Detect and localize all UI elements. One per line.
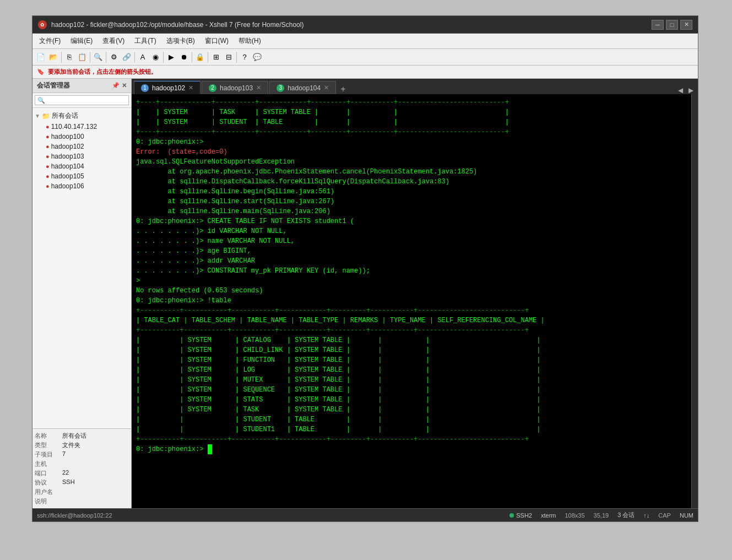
tree-item-2[interactable]: ● hadoop102 [44,142,131,151]
session-value-0: 所有会话 [62,432,86,440]
tree-item-3[interactable]: ● hadoop103 [44,151,131,161]
minimize-button[interactable]: ─ [652,20,664,30]
menu-tools[interactable]: 工具(T) [130,35,160,47]
tabs-nav: ◀ ▶ [676,86,696,94]
tab-close-2[interactable]: ✕ [256,84,261,91]
tree-root-item[interactable]: ▼ 📁 所有会话 [32,110,131,122]
terminal-container: +----+-------------+----------+---------… [132,94,698,508]
status-term: xterm [541,512,556,519]
lock-icon[interactable]: 🔒 [194,51,206,63]
tree-item-0[interactable]: ● 110.40.147.132 [44,122,131,132]
session-label-4: 端口 [35,469,62,477]
tab-hadoop102[interactable]: 1 hadoop102 ✕ [134,81,200,94]
tree-children: ● 110.40.147.132 ● hadoop100 ● hadoop102… [32,122,131,191]
paste-icon[interactable]: 📋 [76,51,88,63]
toolbar-sep-2 [90,52,90,63]
session-value-2: 7 [62,450,66,459]
session-value-5: SSH [62,479,75,487]
main-layout: 会话管理器 📌 ✕ ▼ 📁 所有会话 ● 110.40.147.132 [32,79,698,508]
tabs-bar: 1 hadoop102 ✕ 2 hadoop103 ✕ 3 hadoop104 … [132,79,698,94]
conn-icon-0: ● [46,123,50,130]
toolbar-sep-7 [208,52,208,63]
toolbar-sep-5 [163,52,164,63]
conn-icon-1: ● [46,133,50,140]
tree-label-0: 110.40.147.132 [51,123,97,131]
tree-item-5[interactable]: ● hadoop105 [44,171,131,181]
sidebar-search-input[interactable] [35,95,129,105]
status-bar: ssh://fickler@hadoop102:22 SSH2 xterm 10… [32,508,698,521]
tree-item-4[interactable]: ● hadoop104 [44,161,131,171]
close-button[interactable]: ✕ [680,20,692,30]
split-icon[interactable]: ⊟ [223,51,235,63]
folder-icon: 📁 [42,112,50,120]
session-label-2: 子项目 [35,450,62,459]
tree-item-1[interactable]: ● hadoop100 [44,132,131,142]
menu-view[interactable]: 查看(V) [98,35,129,47]
layout-icon[interactable]: ⊞ [210,51,222,63]
sidebar-close-icon[interactable]: ✕ [122,82,127,89]
settings-icon[interactable]: ⚙ [108,51,120,63]
new-session-icon[interactable]: 📄 [35,51,47,63]
tree-root-label: 所有会话 [52,111,78,121]
maximize-button[interactable]: □ [666,20,678,30]
status-cap: CAP [658,512,671,519]
tab-label-3: hadoop104 [288,84,321,92]
session-row-3: 主机 [35,459,129,469]
info-text: 要添加当前会话，点击左侧的箭头按钮。 [48,68,157,76]
sidebar-pin-icon[interactable]: 📌 [112,82,120,89]
conn-icon-3: ● [46,153,50,160]
window-controls: ─ □ ✕ [652,20,692,30]
session-row-5: 协议 SSH [35,478,129,487]
menu-window[interactable]: 窗口(W) [200,35,233,47]
tree-label-2: hadoop102 [51,143,84,150]
session-row-4: 端口 22 [35,469,129,478]
tab-close-1[interactable]: ✕ [188,84,193,91]
menu-file[interactable]: 文件(F) [35,35,65,47]
title-bar: ✿ hadoop102 - fickler@hadoop102:/opt/mod… [32,16,698,34]
app-icon: ✿ [38,20,47,29]
tab-num-3: 3 [276,84,284,92]
record-icon[interactable]: ⏺ [178,51,190,63]
search-icon[interactable]: 🔍 [92,51,104,63]
help-icon[interactable]: ? [238,51,251,63]
tab-nav-prev[interactable]: ◀ [676,86,685,94]
main-window: ✿ hadoop102 - fickler@hadoop102:/opt/mod… [32,15,698,522]
session-row-2: 子项目 7 [35,450,129,459]
tab-label-2: hadoop103 [220,84,253,92]
sidebar: 会话管理器 📌 ✕ ▼ 📁 所有会话 ● 110.40.147.132 [32,79,132,508]
chat-icon[interactable]: 💬 [251,51,263,63]
session-value-1: 文件夹 [62,441,80,449]
status-sessions: 3 会话 [617,511,635,519]
copy-icon[interactable]: ⎘ [63,51,75,63]
terminal-scrollbar[interactable] [691,94,698,508]
open-icon[interactable]: 📂 [47,51,59,63]
tab-nav-next[interactable]: ▶ [686,86,696,94]
tree-item-6[interactable]: ● hadoop106 [44,181,131,191]
info-arrow-icon: 🔖 [37,68,45,75]
tab-hadoop103[interactable]: 2 hadoop103 ✕ [202,81,268,94]
session-label-3: 主机 [35,460,62,468]
menu-edit[interactable]: 编辑(E) [66,35,97,47]
terminal[interactable]: +----+-------------+----------+---------… [132,94,691,508]
toolbar-sep-3 [106,52,106,63]
conn-icon-5: ● [46,173,50,180]
session-row-6: 用户名 [35,487,129,497]
session-row-7: 说明 [35,497,129,506]
status-size: 108x35 [565,512,585,519]
new-tab-button[interactable]: + [337,84,349,94]
tab-close-3[interactable]: ✕ [324,84,329,91]
font-icon[interactable]: A [137,51,149,63]
script-icon[interactable]: ▶ [165,51,177,63]
status-arrows: ↑↓ [643,512,649,519]
connect-icon[interactable]: 🔗 [121,51,133,63]
session-tree: ▼ 📁 所有会话 ● 110.40.147.132 ● hadoop100 ● [32,108,131,428]
menu-help[interactable]: 帮助(H) [234,35,265,47]
tab-num-2: 2 [209,84,216,92]
color-icon[interactable]: ◉ [149,51,161,63]
menu-tabs[interactable]: 选项卡(B) [162,35,199,47]
tab-hadoop104[interactable]: 3 hadoop104 ✕ [269,81,336,94]
conn-icon-6: ● [46,183,50,189]
tab-num-1: 1 [141,84,149,92]
status-connection: SSH2 [516,512,532,519]
tree-label-1: hadoop100 [51,133,84,140]
